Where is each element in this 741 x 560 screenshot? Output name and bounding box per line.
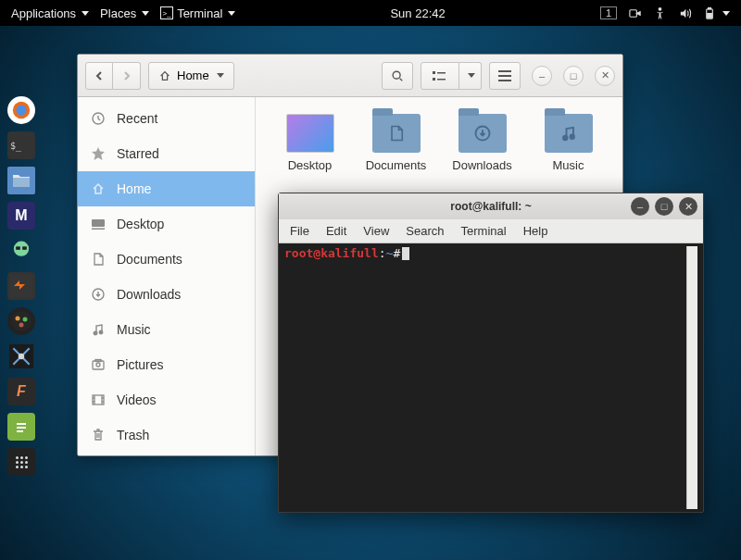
sidebar-item-recent[interactable]: Recent <box>78 101 255 136</box>
svg-rect-8 <box>16 246 20 250</box>
terminal-maximize-button[interactable]: □ <box>655 197 673 216</box>
places-menu[interactable]: Places <box>94 6 155 20</box>
sidebar-item-starred[interactable]: Starred <box>78 136 255 171</box>
grid-item-label: Music <box>553 158 584 172</box>
terminal-scrollbar[interactable] <box>686 246 697 509</box>
dock-show-apps[interactable] <box>7 448 35 476</box>
sidebar-item-label: Starred <box>117 146 159 161</box>
accessibility-icon[interactable] <box>647 6 672 20</box>
svg-rect-29 <box>92 219 105 227</box>
menu-file[interactable]: File <box>290 224 309 238</box>
folder-icon <box>545 114 593 153</box>
dock-terminal[interactable]: $_ <box>7 131 35 159</box>
folder-icon <box>372 114 421 153</box>
svg-point-6 <box>17 106 27 116</box>
battery-icon[interactable] <box>697 6 735 20</box>
dock-files[interactable] <box>7 167 35 194</box>
terminal-window: root@kalifull: ~ – □ ✕ File Edit View Se… <box>278 193 704 513</box>
sidebar-item-documents[interactable]: Documents <box>78 242 255 277</box>
terminal-menubar: File Edit View Search Terminal Help <box>279 219 703 243</box>
documents-icon <box>91 252 106 267</box>
chevron-down-icon <box>217 73 224 78</box>
volume-icon[interactable] <box>672 6 697 20</box>
chevron-down-icon <box>82 11 89 16</box>
forward-button[interactable] <box>113 62 141 90</box>
menu-search[interactable]: Search <box>406 224 444 238</box>
pathbar-home[interactable]: Home <box>148 62 234 90</box>
terminal-body[interactable]: root@kalifull:~# <box>279 243 703 512</box>
screen-record-icon[interactable] <box>622 6 647 20</box>
svg-point-35 <box>96 363 100 367</box>
sidebar-item-label: Downloads <box>117 287 181 302</box>
svg-point-39 <box>563 136 568 141</box>
dock-leafpad[interactable] <box>7 413 35 441</box>
svg-rect-23 <box>437 72 446 74</box>
prompt-at: @ <box>313 246 320 260</box>
svg-rect-22 <box>433 78 435 81</box>
maximize-button[interactable]: □ <box>563 66 584 86</box>
back-button[interactable] <box>85 62 113 90</box>
menu-edit[interactable]: Edit <box>326 224 346 238</box>
svg-point-11 <box>11 311 31 331</box>
svg-point-14 <box>19 323 24 328</box>
dock-metasploit[interactable]: M <box>7 202 35 230</box>
workspace-number: 1 <box>600 6 617 19</box>
terminal-menu[interactable]: >_ Terminal <box>155 6 241 20</box>
sidebar-item-label: Home <box>117 181 151 196</box>
dock-armitage-face[interactable] <box>7 237 35 265</box>
workspace-indicator[interactable]: 1 <box>595 6 622 19</box>
music-icon <box>91 322 106 337</box>
sidebar-item-label: Music <box>117 322 151 337</box>
terminal-minimize-button[interactable]: – <box>631 197 649 216</box>
pictures-icon <box>91 357 106 372</box>
trash-icon <box>91 428 106 442</box>
svg-rect-19 <box>17 430 23 432</box>
sidebar-item-home[interactable]: Home <box>78 171 255 206</box>
view-mode-dropdown[interactable] <box>459 62 482 90</box>
close-button[interactable]: ✕ <box>595 66 615 86</box>
sidebar-item-music[interactable]: Music <box>78 312 255 347</box>
menu-help[interactable]: Help <box>523 224 548 238</box>
svg-point-32 <box>94 331 97 335</box>
menu-view[interactable]: View <box>363 224 389 238</box>
terminal-close-button[interactable]: ✕ <box>679 197 697 216</box>
svg-rect-30 <box>92 229 105 230</box>
sidebar-item-downloads[interactable]: Downloads <box>78 277 255 312</box>
desktop-folder-icon <box>286 114 334 153</box>
sidebar-item-videos[interactable]: Videos <box>78 382 255 417</box>
dock-faraday[interactable]: F <box>7 378 35 405</box>
chevron-down-icon <box>722 11 730 16</box>
terminal-titlebar[interactable]: root@kalifull: ~ – □ ✕ <box>279 193 703 219</box>
svg-rect-24 <box>437 79 446 81</box>
prompt-host: kalifull <box>320 246 379 260</box>
sidebar-item-desktop[interactable]: Desktop <box>78 206 255 242</box>
files-headerbar: Home – □ ✕ <box>78 55 622 97</box>
home-icon <box>91 181 106 196</box>
applications-menu[interactable]: Applications <box>6 6 94 20</box>
svg-rect-4 <box>708 13 712 18</box>
prompt-symbol: # <box>393 246 400 260</box>
svg-point-33 <box>99 330 103 334</box>
dock-burpsuite[interactable] <box>7 272 35 300</box>
svg-rect-25 <box>498 70 511 72</box>
svg-point-40 <box>570 135 574 140</box>
dock-firefox[interactable] <box>7 96 35 124</box>
applications-label: Applications <box>11 6 76 20</box>
pathbar-label: Home <box>177 68 209 82</box>
dock-maltego[interactable] <box>7 307 35 335</box>
grid-item-label: Documents <box>366 158 427 172</box>
minimize-button[interactable]: – <box>532 66 552 86</box>
sidebar-item-pictures[interactable]: Pictures <box>78 347 255 382</box>
view-mode-button[interactable] <box>421 62 459 90</box>
terminal-cursor <box>402 247 409 260</box>
hamburger-menu-button[interactable] <box>489 62 521 90</box>
dock-tool-x[interactable] <box>7 342 35 370</box>
sidebar-item-trash[interactable]: Trash <box>78 417 255 453</box>
menu-terminal[interactable]: Terminal <box>461 224 507 238</box>
grid-item-label: Downloads <box>452 158 511 172</box>
svg-rect-21 <box>433 71 435 74</box>
clock[interactable]: Sun 22:42 <box>384 6 450 20</box>
search-button[interactable] <box>382 62 413 90</box>
svg-point-12 <box>16 317 20 321</box>
top-panel: Applications Places >_ Terminal Sun 22:4… <box>0 0 741 26</box>
